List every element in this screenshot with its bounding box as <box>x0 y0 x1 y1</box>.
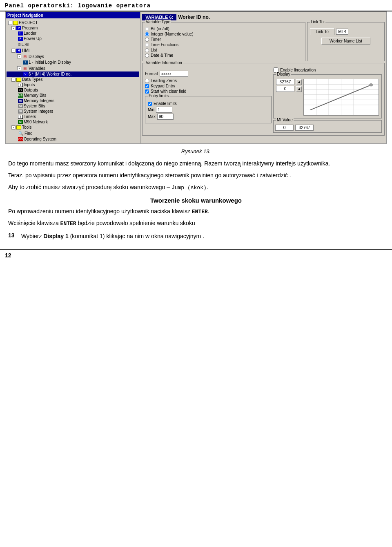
checkbox-enable-limits-label: Enable limits <box>154 101 177 106</box>
tree-label: Ladder <box>24 31 36 36</box>
step-13: 13 Wybierz Display 1 (komunikat 1) klika… <box>0 232 392 241</box>
tree-item-systembits[interactable]: SI System Bits <box>7 103 139 109</box>
radio-timefunc[interactable]: Time Functions <box>145 42 303 47</box>
radio-timer[interactable]: Timer <box>145 37 303 42</box>
radio-timer-label: Timer <box>151 37 161 42</box>
radio-integer-input[interactable] <box>145 32 149 36</box>
tree-item-find[interactable]: 🔍 Find <box>7 130 139 136</box>
tree-item-powerup[interactable]: P Power Up <box>7 36 139 41</box>
tree-item-ladder[interactable]: L Ladder <box>7 31 139 36</box>
tree-label: Memory Integers <box>24 98 54 103</box>
checkbox-leading-zeros[interactable]: Leading Zeros <box>145 78 272 83</box>
worker-name-button[interactable]: Worker Name List <box>321 38 370 45</box>
radio-list[interactable]: List <box>145 48 303 52</box>
paragraph-4: Po wprowadzeniu numeru identyfikacyjnego… <box>8 207 384 216</box>
tree-label: Find <box>24 131 32 136</box>
tree-item-memoryintegers[interactable]: MI Memory Integers <box>7 98 139 103</box>
tree-item-project[interactable]: - PROJECT <box>7 20 139 25</box>
screenshot-area: Project Navigation - PROJECT - P Program… <box>5 11 387 144</box>
expand-tools[interactable]: - <box>11 125 16 129</box>
format-input[interactable] <box>160 71 188 77</box>
tree-item-display1[interactable]: 1 1 - Initial Log-in Display <box>7 60 139 65</box>
para3-suffix: . <box>207 184 208 190</box>
tree-item-variables[interactable]: - ⊞ Variables <box>7 65 139 71</box>
arrow-down-btn[interactable]: ◄ <box>296 86 302 92</box>
variable-name: Worker ID no. <box>178 14 210 20</box>
step13-suffix: (komunikat 1) klikając na nim w okna naw… <box>69 233 204 239</box>
radio-integer[interactable]: Integer (Numeric value) <box>145 32 303 36</box>
checkbox-leading-zeros-input[interactable] <box>145 79 149 83</box>
m90net-icon: M <box>18 120 23 124</box>
tree-item-stl[interactable]: SIL Stl <box>7 41 139 48</box>
min-input[interactable] <box>156 107 172 113</box>
expand-project[interactable]: - <box>8 21 12 25</box>
display-values-col: 32767 ◄ 0 ◄ <box>276 79 302 92</box>
tree-item-tools[interactable]: - Tools <box>7 125 139 130</box>
tree-item-systemintegers[interactable]: SI System Integers <box>7 109 139 114</box>
radio-bit[interactable]: Bit (on/off) <box>145 27 303 31</box>
para3-prefix: Aby to zrobić musisz stworzyć procedurę … <box>8 184 172 190</box>
radio-timer-input[interactable] <box>145 38 149 42</box>
radio-list-label: List <box>151 48 157 52</box>
tree-item-inputs[interactable]: I Inputs <box>7 82 139 87</box>
max-input[interactable] <box>157 114 174 120</box>
tree-label: Operating System <box>24 137 56 141</box>
display-label: Display <box>276 72 291 76</box>
expand-program[interactable]: - <box>11 26 16 30</box>
tree-item-timers[interactable]: T Timers <box>7 114 139 119</box>
expand-datatypes[interactable]: - <box>11 78 16 82</box>
display-val-2: 0 <box>276 86 294 92</box>
display1-icon: 1 <box>23 60 28 65</box>
variable-type-title: Variable Type <box>145 20 171 24</box>
checkbox-enable-limits[interactable]: Enable limits <box>148 101 269 106</box>
radio-list-input[interactable] <box>145 48 149 52</box>
variable-type-box: Variable Type Bit (on/off) Integer (Nume… <box>142 22 305 61</box>
sysbits-icon: SI <box>18 104 23 108</box>
tree-label: Outputs <box>24 88 38 92</box>
tree-item-os[interactable]: OS Operating System <box>7 136 139 142</box>
checkbox-keypad-entry[interactable]: Keypad Entry <box>145 84 272 88</box>
para5-code: ENTER <box>60 221 76 227</box>
mi-value-box: MI Value 0 32767 <box>273 120 382 133</box>
radio-datetime-input[interactable] <box>145 54 149 58</box>
inputs-icon: I <box>18 83 23 87</box>
tree-item-outputs[interactable]: O Outputs <box>7 87 139 93</box>
tree-item-memorybits[interactable]: MB Memory Bits <box>7 93 139 98</box>
arrow-up-btn[interactable]: ◄ <box>296 79 302 85</box>
page-header: Panel operatorski: logowanie operatora <box>0 0 392 11</box>
displays-icon: ⊞ <box>22 54 28 59</box>
figure-caption: Rysunek 13. <box>0 148 392 154</box>
format-row: Format <box>145 71 272 77</box>
datatypes-icon <box>16 78 21 82</box>
tree-item-var6[interactable]: V 6 * (MI 4) Worker ID no. <box>7 71 139 77</box>
display-group-box: Display 32767 ◄ 0 ◄ <box>273 74 382 118</box>
checkbox-keypad-entry-input[interactable] <box>145 84 149 88</box>
tree-item-hmi[interactable]: - H HMI <box>7 48 139 53</box>
var-info-left: Format Leading Zeros Keypad Entry Start … <box>145 67 272 133</box>
mi-values-row: 0 32767 <box>275 125 380 131</box>
checkbox-clear-field-input[interactable] <box>145 89 149 94</box>
tree-label: Displays <box>29 54 44 59</box>
tree-item-program[interactable]: - P Program <box>7 25 139 31</box>
expand-hmi[interactable]: - <box>11 49 16 53</box>
tree-item-datatypes[interactable]: - Data Types <box>7 77 139 82</box>
expand-displays[interactable]: - <box>17 54 21 58</box>
tree-label: Tools <box>22 125 31 129</box>
link-to-button[interactable]: Link To <box>310 28 334 35</box>
page-number: 12 <box>5 252 11 259</box>
checkbox-clear-field[interactable]: Start with clear field <box>145 89 272 94</box>
mi-value-box-title: MI Value <box>276 118 294 122</box>
svg-point-12 <box>369 83 373 87</box>
expand-variables[interactable]: - <box>17 66 21 70</box>
para3-code: Jump (skok) <box>172 185 207 191</box>
step-content: Wybierz Display 1 (komunikat 1) klikając… <box>21 232 204 241</box>
tree-item-displays[interactable]: - ⊞ Displays <box>7 53 139 60</box>
checkbox-enable-limits-input[interactable] <box>148 102 152 106</box>
radio-bit-input[interactable] <box>145 27 149 31</box>
display-chart-area: 32767 ◄ 0 ◄ <box>276 79 379 116</box>
tools-icon <box>16 125 21 129</box>
radio-timefunc-input[interactable] <box>145 43 149 47</box>
tree-item-m90net[interactable]: M M90 Network <box>7 119 139 125</box>
radio-timefunc-label: Time Functions <box>151 42 178 47</box>
radio-datetime[interactable]: Date & Time <box>145 53 303 58</box>
